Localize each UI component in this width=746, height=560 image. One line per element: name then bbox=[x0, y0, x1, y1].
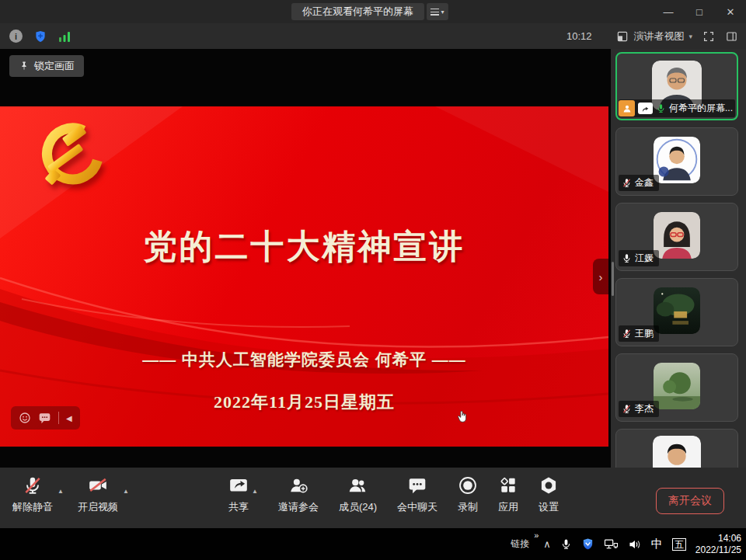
slide-date: 2022年11月25日星期五 bbox=[0, 391, 608, 414]
members-icon bbox=[347, 475, 368, 496]
presentation-slide: 党的二十大精神宣讲 —— 中共人工智能学院委员会 何希平 —— 2022年11月… bbox=[0, 106, 608, 447]
video-options-caret[interactable]: ▲ bbox=[123, 488, 129, 495]
participant-name-tag: 江媛 bbox=[619, 250, 659, 266]
participant-name: 何希平的屏幕... bbox=[669, 102, 733, 115]
side-panel-icon[interactable] bbox=[725, 30, 738, 43]
window-title-text: 你正在观看何希平的屏幕 bbox=[302, 5, 413, 19]
participant-tile-partial[interactable] bbox=[615, 429, 738, 468]
members-label: 成员(24) bbox=[339, 500, 377, 514]
shared-screen-area: 锁定画面 bbox=[0, 49, 611, 468]
chat-icon bbox=[407, 475, 427, 496]
record-button[interactable]: 录制 bbox=[458, 475, 478, 514]
slide-subtitle: —— 中共人工智能学院委员会 何希平 —— bbox=[0, 349, 608, 370]
hand-cursor bbox=[457, 410, 469, 423]
close-button[interactable]: ✕ bbox=[715, 0, 746, 23]
network-signal-icon[interactable] bbox=[58, 30, 72, 43]
participant-status-bar: 何希平的屏幕... bbox=[619, 99, 735, 117]
apps-button[interactable]: 应用 bbox=[498, 475, 518, 514]
participant-tile-lijie[interactable]: 李杰 bbox=[615, 353, 738, 422]
avatar bbox=[654, 212, 700, 259]
share-screen-icon bbox=[228, 475, 249, 496]
sidebar-scrollbar[interactable] bbox=[612, 262, 614, 296]
mic-muted-icon bbox=[622, 328, 632, 339]
leave-meeting-button[interactable]: 离开会议 bbox=[656, 488, 724, 514]
invite-button[interactable]: 邀请参会 bbox=[278, 475, 319, 514]
lock-view-label: 锁定画面 bbox=[34, 59, 75, 73]
chevron-right-icon: › bbox=[599, 270, 603, 283]
ime-language-indicator[interactable]: 中 bbox=[651, 537, 663, 551]
participant-name: 金鑫 bbox=[635, 176, 654, 190]
sidebar-collapse-handle[interactable]: › bbox=[593, 259, 608, 294]
collapse-pill-icon[interactable]: ◀ bbox=[66, 414, 72, 423]
tray-antivirus-shield-icon[interactable] bbox=[581, 537, 594, 551]
quick-chat-icon[interactable] bbox=[38, 412, 51, 424]
settings-label: 设置 bbox=[539, 500, 559, 514]
invite-label: 邀请参会 bbox=[278, 500, 319, 514]
avatar bbox=[654, 137, 700, 183]
slide-title: 党的二十大精神宣讲 bbox=[0, 224, 608, 270]
pin-icon bbox=[19, 61, 30, 71]
participant-name: 王鹏 bbox=[635, 327, 654, 340]
security-shield-icon[interactable] bbox=[33, 30, 47, 43]
camera-off-icon bbox=[87, 475, 109, 496]
participant-tile-jiangyuan[interactable]: 江媛 bbox=[615, 203, 738, 271]
tray-network-icon[interactable] bbox=[604, 538, 619, 551]
system-taskbar: 链接 » ∧ 中 五 14:06 2022/11/25 bbox=[0, 528, 746, 560]
hamburger-icon bbox=[431, 9, 439, 16]
lock-view-button[interactable]: 锁定画面 bbox=[9, 55, 84, 77]
participant-name-tag: 金鑫 bbox=[619, 175, 659, 191]
chevron-down-icon: ▾ bbox=[688, 33, 692, 40]
taskbar-link-item[interactable]: 链接 » bbox=[511, 537, 529, 551]
maximize-button[interactable]: □ bbox=[684, 0, 715, 23]
record-label: 录制 bbox=[458, 500, 478, 514]
mic-options-caret[interactable]: ▲ bbox=[58, 488, 64, 495]
participant-name: 李杰 bbox=[635, 402, 654, 416]
record-icon bbox=[458, 475, 478, 496]
invite-person-icon bbox=[288, 475, 309, 496]
apps-grid-icon bbox=[498, 475, 518, 496]
mic-muted-icon bbox=[622, 403, 632, 415]
tray-expand-icon[interactable]: ∧ bbox=[543, 538, 551, 550]
gear-icon bbox=[539, 475, 559, 496]
chevron-down-icon: ▾ bbox=[441, 9, 444, 16]
participant-tile-jinxin[interactable]: 金鑫 bbox=[615, 127, 738, 196]
view-mode-label: 演讲者视图 bbox=[633, 30, 684, 43]
tray-speaker-icon[interactable] bbox=[628, 538, 642, 551]
presenter-badge-icon bbox=[619, 100, 635, 117]
title-menu-button[interactable]: ▾ bbox=[427, 3, 448, 20]
view-mode-selector[interactable]: 演讲者视图 ▾ bbox=[616, 30, 692, 43]
layout-icon bbox=[616, 30, 629, 43]
settings-button[interactable]: 设置 bbox=[539, 475, 559, 514]
taskbar-date: 2022/11/25 bbox=[695, 544, 741, 556]
mic-on-icon bbox=[622, 252, 632, 264]
chat-button[interactable]: 会中聊天 bbox=[397, 475, 437, 514]
unmute-button[interactable]: 解除静音 bbox=[12, 475, 53, 514]
ime-mode-indicator[interactable]: 五 bbox=[672, 538, 686, 551]
window-title: 你正在观看何希平的屏幕 bbox=[291, 3, 424, 20]
participant-name: 江媛 bbox=[635, 252, 654, 265]
tray-mic-icon[interactable] bbox=[560, 537, 572, 551]
taskbar-clock[interactable]: 14:06 2022/11/25 bbox=[695, 533, 741, 556]
meeting-duration: 10:12 bbox=[566, 30, 592, 42]
members-button[interactable]: 成员(24) bbox=[339, 475, 377, 514]
mic-on-icon bbox=[656, 103, 666, 114]
share-screen-button[interactable]: 共享 bbox=[228, 475, 249, 514]
participant-name-tag: 王鹏 bbox=[619, 325, 659, 342]
meeting-topbar: i 10:12 演讲者视图 ▾ bbox=[0, 23, 746, 49]
fullscreen-icon[interactable] bbox=[702, 30, 715, 43]
emoji-reaction-icon[interactable] bbox=[19, 412, 31, 424]
minimize-button[interactable]: — bbox=[653, 0, 684, 23]
apps-label: 应用 bbox=[498, 500, 518, 514]
unmute-label: 解除静音 bbox=[12, 500, 53, 514]
participant-tile-wangpeng[interactable]: 王鹏 bbox=[615, 278, 738, 346]
mic-muted-icon bbox=[622, 177, 632, 189]
avatar bbox=[654, 363, 700, 409]
participant-tile-hexiping[interactable]: 何希平的屏幕... bbox=[615, 52, 738, 120]
share-options-caret[interactable]: ▲ bbox=[252, 488, 258, 495]
avatar bbox=[654, 287, 700, 334]
party-emblem-icon bbox=[33, 120, 113, 198]
reaction-toolbar: ◀ bbox=[11, 406, 80, 430]
start-video-button[interactable]: 开启视频 bbox=[78, 475, 118, 514]
mic-muted-icon bbox=[23, 475, 43, 496]
meeting-info-icon[interactable]: i bbox=[9, 30, 23, 43]
